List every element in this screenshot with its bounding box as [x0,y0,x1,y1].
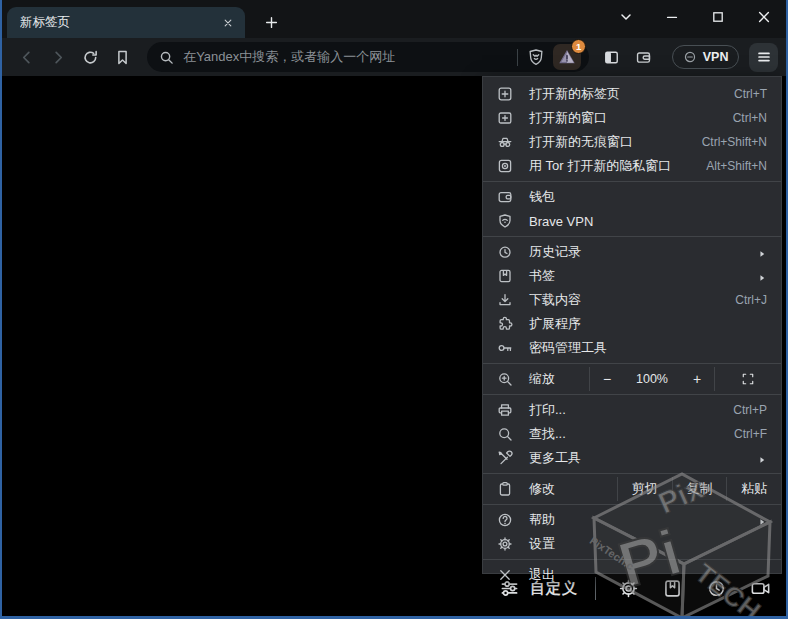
menu-item-shortcut: Ctrl+N [733,111,767,125]
titlebar: 新标签页 [2,0,786,38]
menu-item-gear[interactable]: 设置 [483,532,781,556]
menu-separator [483,363,781,364]
bookmarks-icon [497,268,513,284]
extensions-icon [497,316,513,332]
wallet-card-icon [635,49,652,66]
tab-title: 新标签页 [20,14,219,31]
menu-item-label: 历史记录 [529,243,581,261]
menu-item-tools[interactable]: 更多工具 [483,446,781,470]
minimize-icon [664,9,680,25]
clipboard-icon [497,481,513,497]
main-menu-button[interactable] [749,43,778,72]
menu-item-shortcut: Ctrl+F [734,427,767,441]
history-icon [497,244,513,260]
menu-item-label: 设置 [529,535,555,553]
forward-button[interactable] [48,46,68,68]
menu-item-key[interactable]: 密码管理工具 [483,336,781,360]
plus-icon [264,15,279,30]
menu-item-label: 更多工具 [529,449,581,467]
menu-item-wallet[interactable]: 钱包 [483,185,781,209]
connection-warning-button[interactable]: 1 [553,44,581,70]
menu-item-label: 扩展程序 [529,315,581,333]
submenu-arrow-icon [757,453,767,463]
tab-close-icon[interactable] [219,14,237,32]
menu-item-label: 打开新的标签页 [529,85,620,103]
menu-item-label: Brave VPN [529,214,593,229]
menu-item-label: 修改 [529,480,555,498]
back-button[interactable] [16,46,36,68]
menu-separator [483,394,781,395]
wallet-button[interactable] [633,46,653,68]
menu-item-find[interactable]: 查找...Ctrl+F [483,422,781,446]
tab-search-button[interactable] [617,8,635,26]
vpn-button[interactable]: VPN [672,45,740,69]
zoom-in-button[interactable]: + [680,371,714,387]
submenu-arrow-icon [757,271,767,281]
urlbar-divider [517,49,518,66]
minimize-button[interactable] [663,8,681,26]
bookmark-flag-icon [114,49,131,66]
menu-item-label: 用 Tor 打开新的隐私窗口 [529,157,671,175]
help-icon [497,512,513,528]
menu-item-bookmarks[interactable]: 书签 [483,264,781,288]
menu-item-shortcut: Ctrl+P [733,403,767,417]
close-window-button[interactable] [755,8,773,26]
circle-minus-icon [683,50,697,64]
edit-action-2[interactable]: 粘贴 [727,480,781,498]
edit-action-0[interactable]: 剪切 [618,480,672,498]
refresh-button[interactable] [81,46,101,68]
zoom-level-value: 100% [624,372,680,386]
edit-action-1[interactable]: 复制 [673,480,727,498]
menu-item-label: 书签 [529,267,555,285]
tor-icon [497,158,513,174]
menu-item-label: 帮助 [529,511,555,529]
browser-window: 新标签页 在Yandex中搜索，或者输入一个网址 1 [0,0,788,619]
tab-new-tab-page[interactable]: 新标签页 [7,7,245,38]
forward-icon [50,49,67,66]
sidebar-button[interactable] [601,46,621,68]
sidebar-panel-icon [603,49,620,66]
menu-separator [483,181,781,182]
address-input[interactable]: 在Yandex中搜索，或者输入一个网址 [183,48,508,66]
menu-item-help[interactable]: 帮助 [483,508,781,532]
menu-item-tor[interactable]: 用 Tor 打开新的隐私窗口Alt+Shift+N [483,154,781,178]
menu-item-incognito[interactable]: 打开新的无痕窗口Ctrl+Shift+N [483,130,781,154]
submenu-arrow-icon [757,515,767,525]
chevron-down-icon [618,9,634,25]
tools-icon [497,450,513,466]
close-icon [756,9,772,25]
maximize-button[interactable] [709,8,727,26]
window-controls [617,2,773,32]
menu-item-printer[interactable]: 打印...Ctrl+P [483,398,781,422]
menu-item-shortcut: Ctrl+J [735,293,767,307]
find-icon [497,426,513,442]
menu-item-label: 密码管理工具 [529,339,607,357]
main-menu-dropdown: 打开新的标签页Ctrl+T打开新的窗口Ctrl+N打开新的无痕窗口Ctrl+Sh… [482,76,782,574]
menu-item-close[interactable]: 退出 [483,563,781,587]
gear-icon [497,536,513,552]
menu-item-download[interactable]: 下载内容Ctrl+J [483,288,781,312]
menu-separator [483,236,781,237]
zoom-out-button[interactable]: − [590,371,624,387]
warning-badge: 1 [571,39,586,54]
fullscreen-button[interactable] [715,372,781,386]
menu-item-label: 打开新的窗口 [529,109,607,127]
menu-item-new-window[interactable]: 打开新的窗口Ctrl+N [483,106,781,130]
brave-shield-icon[interactable] [527,48,545,66]
incognito-icon [497,134,513,150]
menu-item-label: 钱包 [529,188,555,206]
new-tab-icon [497,86,513,102]
key-icon [497,340,513,356]
bookmark-page-button[interactable] [113,46,133,68]
menu-item-extensions[interactable]: 扩展程序 [483,312,781,336]
address-bar[interactable]: 在Yandex中搜索，或者输入一个网址 1 [147,42,589,72]
new-tab-button[interactable] [258,9,284,35]
menu-item-zoom[interactable]: 缩放−100%+ [483,367,781,391]
refresh-icon [82,49,99,66]
vpn-label: VPN [703,50,729,64]
menu-item-edit[interactable]: 修改剪切复制粘贴 [483,477,781,501]
menu-item-vpn-shield[interactable]: Brave VPN [483,209,781,233]
menu-item-new-tab[interactable]: 打开新的标签页Ctrl+T [483,82,781,106]
menu-item-history[interactable]: 历史记录 [483,240,781,264]
printer-icon [497,402,513,418]
